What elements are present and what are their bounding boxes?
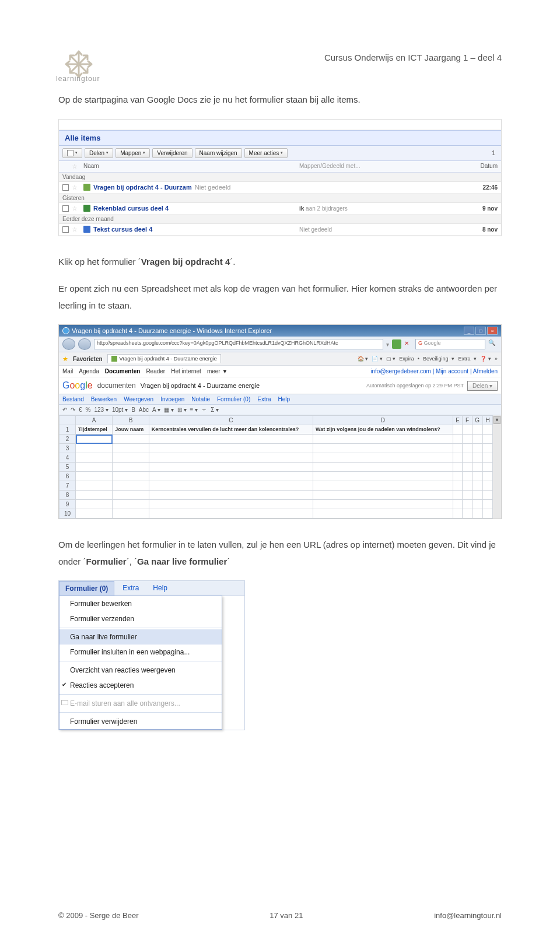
menu-formulier[interactable]: Formulier (0) bbox=[217, 396, 250, 402]
item-insluiten[interactable]: Formulier insluiten in een webpagina... bbox=[60, 645, 222, 660]
logo-text: learningtour bbox=[56, 75, 502, 83]
docs-toolbar: ▾ Delen▾ Mappen▾ Verwijderen Naam wijzig… bbox=[59, 146, 501, 161]
browser-tab[interactable]: Vragen bij opdracht 4 - Duurzame energie bbox=[107, 354, 221, 363]
gbar-agenda[interactable]: Agenda bbox=[79, 368, 99, 374]
star-icon: ☆ bbox=[72, 163, 83, 170]
google-logo: Google bbox=[62, 380, 93, 391]
format-123-button[interactable]: 123 ▾ bbox=[94, 407, 108, 413]
paragraph-4: Om de leerlingen het formulier in te lat… bbox=[58, 537, 502, 570]
ie-title-bar: Vragen bij opdracht 4 - Duurzame energie… bbox=[59, 325, 501, 337]
col-date: Datum bbox=[463, 163, 498, 170]
row-checkbox[interactable] bbox=[62, 205, 69, 212]
gbar-mail[interactable]: Mail bbox=[62, 368, 73, 374]
document-title: Vragen bij opdracht 4 - Duurzame energie bbox=[141, 382, 260, 389]
spreadsheet-toolbar: ↶ ↷ € % 123 ▾ 10pt ▾ B Abc A ▾ ▦ ▾ ⊞ ▾ ≡… bbox=[59, 405, 501, 415]
btn-naam-wijzigen[interactable]: Naam wijzigen bbox=[195, 148, 242, 158]
functions-button[interactable]: Σ ▾ bbox=[211, 407, 219, 413]
btn-meer-acties[interactable]: Meer acties▾ bbox=[244, 148, 288, 158]
percent-button[interactable]: % bbox=[86, 407, 91, 413]
gbar-internet[interactable]: Het internet bbox=[171, 368, 201, 374]
gbar-documenten[interactable]: Documenten bbox=[105, 368, 141, 374]
table-row[interactable]: ☆ Tekst cursus deel 4 Niet gedeeld 8 nov bbox=[59, 224, 501, 236]
menu-extra[interactable]: Extra bbox=[257, 396, 271, 402]
url-field[interactable]: http://spreadsheets.google.com/ccc?key=0… bbox=[94, 339, 383, 349]
item-verzenden[interactable]: Formulier verzenden bbox=[60, 611, 222, 626]
footer-copyright: © 2009 - Serge de Beer bbox=[58, 911, 139, 920]
item-bewerken[interactable]: Formulier bewerken bbox=[60, 596, 222, 611]
merge-button[interactable]: ⫟ bbox=[201, 407, 207, 413]
group-today: Vandaag bbox=[59, 173, 501, 182]
refresh-icon[interactable] bbox=[392, 339, 401, 349]
borders-button[interactable]: ⊞ ▾ bbox=[177, 407, 187, 413]
gbar-account[interactable]: info@sergedebeer.com | Mijn account | Af… bbox=[370, 368, 498, 374]
form-icon bbox=[83, 184, 90, 191]
undo-button[interactable]: ↶ bbox=[62, 407, 67, 413]
page-footer: © 2009 - Serge de Beer 17 van 21 info@le… bbox=[58, 911, 502, 920]
menu-bar: Formulier (0) Extra Help bbox=[59, 581, 244, 596]
textcolor-button[interactable]: A ▾ bbox=[152, 407, 160, 413]
ie-address-bar: http://spreadsheets.google.com/ccc?key=0… bbox=[59, 337, 501, 352]
group-yesterday: Gisteren bbox=[59, 194, 501, 203]
back-button[interactable] bbox=[62, 338, 75, 350]
strike-button[interactable]: Abc bbox=[139, 407, 149, 413]
fontsize-button[interactable]: 10pt ▾ bbox=[112, 407, 128, 413]
screenshot-formulier-menu: Formulier (0) Extra Help Formulier bewer… bbox=[58, 580, 245, 730]
spreadsheet-grid[interactable]: AB CD EF GH 1 Tijdstempel Jouw naam Kern… bbox=[59, 415, 493, 519]
gbar-reader[interactable]: Reader bbox=[146, 368, 165, 374]
menu-extra[interactable]: Extra bbox=[117, 581, 145, 596]
forward-button[interactable] bbox=[78, 338, 91, 350]
checkbox-all[interactable]: ▾ bbox=[62, 148, 82, 158]
star-icon[interactable]: ☆ bbox=[72, 184, 83, 191]
minimize-button[interactable]: _ bbox=[464, 327, 474, 335]
table-row[interactable]: ☆ Vragen bij opdracht 4 - DuurzamNiet ge… bbox=[59, 182, 501, 194]
row-checkbox[interactable] bbox=[62, 184, 69, 191]
item-reacties-weergeven[interactable]: Overzicht van reacties weergeven bbox=[60, 663, 222, 678]
row-checkbox[interactable] bbox=[62, 226, 69, 233]
paragraph-1: Op de startpagina van Google Docs zie je… bbox=[58, 92, 502, 108]
share-button[interactable]: Delen ▾ bbox=[467, 381, 498, 391]
menu-help[interactable]: Help bbox=[278, 396, 290, 402]
menu-bestand[interactable]: Bestand bbox=[62, 396, 84, 402]
screenshot-spreadsheet: Vragen bij opdracht 4 - Duurzame energie… bbox=[58, 324, 502, 519]
col-share: Mappen/Gedeeld met... bbox=[299, 163, 463, 170]
docs-header: Google documenten Vragen bij opdracht 4 … bbox=[59, 377, 501, 394]
align-button[interactable]: ≡ ▾ bbox=[190, 407, 198, 413]
home-icon[interactable]: 🏠 ▾ bbox=[358, 356, 369, 362]
table-row[interactable]: ☆ Rekenblad cursus deel 4 ik aan 2 bijdr… bbox=[59, 203, 501, 215]
redo-button[interactable]: ↷ bbox=[71, 407, 75, 413]
menu-invoegen[interactable]: Invoegen bbox=[160, 396, 184, 402]
stop-icon[interactable]: ✕ bbox=[404, 340, 412, 348]
fillcolor-button[interactable]: ▦ ▾ bbox=[164, 407, 174, 413]
gbar-meer[interactable]: meer ▼ bbox=[207, 368, 228, 374]
formulier-dropdown: Formulier bewerken Formulier verzenden G… bbox=[59, 596, 222, 730]
screenshot-docs-list: Alle items ▾ Delen▾ Mappen▾ Verwijderen … bbox=[58, 119, 502, 236]
menu-help[interactable]: Help bbox=[147, 581, 173, 596]
spreadsheet-menubar: Bestand Bewerken Weergeven Invoegen Nota… bbox=[59, 394, 501, 405]
currency-button[interactable]: € bbox=[79, 407, 82, 413]
star-icon[interactable]: ☆ bbox=[72, 205, 83, 212]
vertical-scrollbar[interactable]: ▴ bbox=[493, 415, 501, 519]
ie-favorites-bar: ★ Favorieten Vragen bij opdracht 4 - Duu… bbox=[59, 352, 501, 366]
maximize-button[interactable]: □ bbox=[475, 327, 486, 335]
document-icon bbox=[83, 226, 90, 233]
search-icon[interactable]: 🔍 bbox=[488, 339, 498, 349]
menu-weergeven[interactable]: Weergeven bbox=[124, 396, 153, 402]
close-button[interactable]: × bbox=[487, 327, 498, 335]
btn-mappen[interactable]: Mappen▾ bbox=[116, 148, 150, 158]
favorites-star-icon[interactable]: ★ bbox=[62, 355, 68, 363]
item-reacties-accepteren[interactable]: ✔Reacties accepteren bbox=[60, 678, 222, 693]
menu-formulier[interactable]: Formulier (0) bbox=[59, 581, 114, 596]
star-icon[interactable]: ☆ bbox=[72, 226, 83, 233]
item-verwijderen[interactable]: Formulier verwijderen bbox=[60, 714, 222, 729]
bold-button[interactable]: B bbox=[131, 407, 135, 413]
spreadsheet-icon bbox=[83, 205, 90, 212]
menu-bewerken[interactable]: Bewerken bbox=[91, 396, 117, 402]
search-box[interactable]: G Google bbox=[415, 339, 485, 349]
btn-verwijderen[interactable]: Verwijderen bbox=[152, 148, 192, 158]
paragraph-3: Er opent zich nu een Spreadsheet met als… bbox=[58, 281, 502, 314]
btn-delen[interactable]: Delen▾ bbox=[85, 148, 113, 158]
favorites-label: Favorieten bbox=[73, 356, 103, 362]
item-live-formulier[interactable]: Ga naar live formulier bbox=[60, 629, 222, 645]
window-title: Vragen bij opdracht 4 - Duurzame energie… bbox=[72, 327, 272, 334]
menu-notatie[interactable]: Notatie bbox=[191, 396, 210, 402]
